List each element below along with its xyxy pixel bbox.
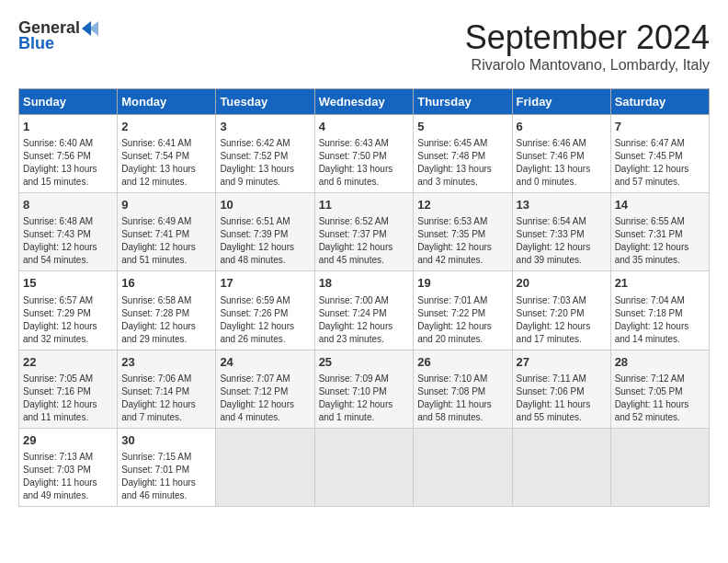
empty-cell [512, 428, 610, 506]
col-friday: Friday [512, 89, 610, 115]
header-row: Sunday Monday Tuesday Wednesday Thursday… [19, 89, 710, 115]
list-item: 4 Sunrise: 6:43 AM Sunset: 7:50 PM Dayli… [314, 115, 414, 193]
list-item: 14 Sunrise: 6:55 AM Sunset: 7:31 PM Dayl… [610, 193, 709, 271]
location-title: Rivarolo Mantovano, Lombardy, Italy [465, 57, 710, 74]
list-item: 18 Sunrise: 7:00 AM Sunset: 7:24 PM Dayl… [314, 271, 414, 350]
header: General Blue September 2024 Rivarolo Man… [18, 18, 710, 74]
list-item: 16 Sunrise: 6:58 AM Sunset: 7:28 PM Dayl… [118, 271, 216, 350]
col-thursday: Thursday [414, 89, 512, 115]
list-item: 1 Sunrise: 6:40 AM Sunset: 7:56 PM Dayli… [19, 115, 118, 193]
empty-cell [610, 428, 709, 506]
list-item: 28 Sunrise: 7:12 AM Sunset: 7:05 PM Dayl… [610, 350, 709, 428]
list-item: 21 Sunrise: 7:04 AM Sunset: 7:18 PM Dayl… [610, 271, 709, 350]
list-item: 30 Sunrise: 7:15 AM Sunset: 7:01 PM Dayl… [118, 428, 216, 506]
list-item: 19 Sunrise: 7:01 AM Sunset: 7:22 PM Dayl… [414, 271, 512, 350]
list-item: 13 Sunrise: 6:54 AM Sunset: 7:33 PM Dayl… [512, 193, 610, 271]
col-saturday: Saturday [610, 89, 709, 115]
month-title: September 2024 [465, 18, 710, 57]
table-row: 15 Sunrise: 6:57 AM Sunset: 7:29 PM Dayl… [19, 271, 710, 350]
list-item: 29 Sunrise: 7:13 AM Sunset: 7:03 PM Dayl… [19, 428, 118, 506]
empty-cell [216, 428, 314, 506]
list-item: 10 Sunrise: 6:51 AM Sunset: 7:39 PM Dayl… [216, 193, 314, 271]
list-item: 2 Sunrise: 6:41 AM Sunset: 7:54 PM Dayli… [118, 115, 216, 193]
table-row: 8 Sunrise: 6:48 AM Sunset: 7:43 PM Dayli… [19, 193, 710, 271]
list-item: 25 Sunrise: 7:09 AM Sunset: 7:10 PM Dayl… [314, 350, 414, 428]
list-item: 8 Sunrise: 6:48 AM Sunset: 7:43 PM Dayli… [19, 193, 118, 271]
list-item: 3 Sunrise: 6:42 AM Sunset: 7:52 PM Dayli… [216, 115, 314, 193]
list-item: 6 Sunrise: 6:46 AM Sunset: 7:46 PM Dayli… [512, 115, 610, 193]
col-sunday: Sunday [19, 89, 118, 115]
list-item: 12 Sunrise: 6:53 AM Sunset: 7:35 PM Dayl… [414, 193, 512, 271]
list-item: 11 Sunrise: 6:52 AM Sunset: 7:37 PM Dayl… [314, 193, 414, 271]
list-item: 15 Sunrise: 6:57 AM Sunset: 7:29 PM Dayl… [19, 271, 118, 350]
title-area: September 2024 Rivarolo Mantovano, Lomba… [465, 18, 710, 74]
table-row: 22 Sunrise: 7:05 AM Sunset: 7:16 PM Dayl… [19, 350, 710, 428]
empty-cell [414, 428, 512, 506]
list-item: 27 Sunrise: 7:11 AM Sunset: 7:06 PM Dayl… [512, 350, 610, 428]
empty-cell [314, 428, 414, 506]
table-row: 1 Sunrise: 6:40 AM Sunset: 7:56 PM Dayli… [19, 115, 710, 193]
list-item: 17 Sunrise: 6:59 AM Sunset: 7:26 PM Dayl… [216, 271, 314, 350]
col-tuesday: Tuesday [216, 89, 314, 115]
list-item: 20 Sunrise: 7:03 AM Sunset: 7:20 PM Dayl… [512, 271, 610, 350]
calendar-table: Sunday Monday Tuesday Wednesday Thursday… [18, 88, 710, 507]
col-monday: Monday [118, 89, 216, 115]
list-item: 26 Sunrise: 7:10 AM Sunset: 7:08 PM Dayl… [414, 350, 512, 428]
list-item: 5 Sunrise: 6:45 AM Sunset: 7:48 PM Dayli… [414, 115, 512, 193]
list-item: 24 Sunrise: 7:07 AM Sunset: 7:12 PM Dayl… [216, 350, 314, 428]
table-row: 29 Sunrise: 7:13 AM Sunset: 7:03 PM Dayl… [19, 428, 710, 506]
list-item: 9 Sunrise: 6:49 AM Sunset: 7:41 PM Dayli… [118, 193, 216, 271]
col-wednesday: Wednesday [314, 89, 414, 115]
list-item: 7 Sunrise: 6:47 AM Sunset: 7:45 PM Dayli… [610, 115, 709, 193]
logo: General Blue [18, 18, 102, 53]
list-item: 23 Sunrise: 7:06 AM Sunset: 7:14 PM Dayl… [118, 350, 216, 428]
list-item: 22 Sunrise: 7:05 AM Sunset: 7:16 PM Dayl… [19, 350, 118, 428]
